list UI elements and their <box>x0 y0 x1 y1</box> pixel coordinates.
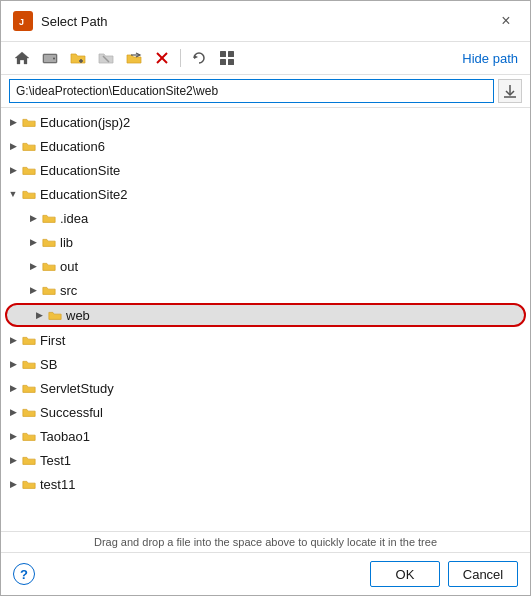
path-bar <box>1 75 530 108</box>
tree-label-test1: Test1 <box>40 453 71 468</box>
tree-item-test1[interactable]: ▶ Test1 <box>1 448 530 472</box>
svg-marker-12 <box>194 55 198 59</box>
title-bar: J Select Path × <box>1 1 530 42</box>
tree-arrow-out[interactable]: ▶ <box>25 258 41 274</box>
drive-button[interactable] <box>37 46 63 70</box>
delete-button[interactable] <box>149 46 175 70</box>
tree-arrow-edu-site[interactable]: ▶ <box>5 162 21 178</box>
tree-label-successful: Successful <box>40 405 103 420</box>
status-text: Drag and drop a file into the space abov… <box>94 536 437 548</box>
tree-arrow-successful[interactable]: ▶ <box>5 404 21 420</box>
tree-label-web: web <box>66 308 90 323</box>
tree-item-web[interactable]: ▶ web <box>5 303 526 327</box>
tree-arrow-lib[interactable]: ▶ <box>25 234 41 250</box>
tree-item-edu-site2[interactable]: ▼ EducationSite2 <box>1 182 530 206</box>
folder-icon-lib <box>41 234 57 250</box>
path-input[interactable] <box>9 79 494 103</box>
tree-item-taobao1[interactable]: ▶ Taobao1 <box>1 424 530 448</box>
tree-item-edu-jsp2[interactable]: ▶ Education(jsp)2 <box>1 110 530 134</box>
tree-arrow-test11[interactable]: ▶ <box>5 476 21 492</box>
folder-icon-edu-site2 <box>21 186 37 202</box>
tree-label-edu6: Education6 <box>40 139 105 154</box>
tree-label-test11: test11 <box>40 477 75 492</box>
tree-label-src: src <box>60 283 77 298</box>
folder-icon-out <box>41 258 57 274</box>
tree-item-out[interactable]: ▶ out <box>1 254 530 278</box>
new-folder-button[interactable] <box>65 46 91 70</box>
svg-marker-2 <box>15 52 29 64</box>
tree-item-edu-site[interactable]: ▶ EducationSite <box>1 158 530 182</box>
svg-rect-15 <box>220 59 226 65</box>
tree-arrow-taobao1[interactable]: ▶ <box>5 428 21 444</box>
tree-item-sb[interactable]: ▶ SB <box>1 352 530 376</box>
path-download-button[interactable] <box>498 79 522 103</box>
tree-label-first: First <box>40 333 65 348</box>
tree-arrow-test1[interactable]: ▶ <box>5 452 21 468</box>
tree-item-test11[interactable]: ▶ test11 <box>1 472 530 496</box>
tree-item-servlet-study[interactable]: ▶ ServletStudy <box>1 376 530 400</box>
folder-icon-edu6 <box>21 138 37 154</box>
ok-button[interactable]: OK <box>370 561 440 587</box>
tree-arrow-web[interactable]: ▶ <box>31 307 47 323</box>
tree-label-sb: SB <box>40 357 57 372</box>
folder-icon-idea <box>41 210 57 226</box>
tree-arrow-edu6[interactable]: ▶ <box>5 138 21 154</box>
tree-arrow-sb[interactable]: ▶ <box>5 356 21 372</box>
move-button[interactable] <box>121 46 147 70</box>
status-bar: Drag and drop a file into the space abov… <box>1 531 530 552</box>
svg-text:J: J <box>19 17 24 27</box>
tree-arrow-first[interactable]: ▶ <box>5 332 21 348</box>
select-path-dialog: J Select Path × <box>0 0 531 596</box>
dialog-title: Select Path <box>41 14 108 29</box>
home-button[interactable] <box>9 46 35 70</box>
tree-arrow-edu-jsp2[interactable]: ▶ <box>5 114 21 130</box>
folder-icon-test11 <box>21 476 37 492</box>
button-bar: ? OK Cancel <box>1 552 530 595</box>
tree-label-edu-jsp2: Education(jsp)2 <box>40 115 130 130</box>
tree-arrow-edu-site2[interactable]: ▼ <box>5 186 21 202</box>
tree-label-servlet-study: ServletStudy <box>40 381 114 396</box>
tree-item-first[interactable]: ▶ First <box>1 328 530 352</box>
help-button[interactable]: ? <box>13 563 35 585</box>
tree-item-edu6[interactable]: ▶ Education6 <box>1 134 530 158</box>
tree-item-src[interactable]: ▶ src <box>1 278 530 302</box>
cancel-button[interactable]: Cancel <box>448 561 518 587</box>
svg-rect-16 <box>228 59 234 65</box>
tree-label-out: out <box>60 259 78 274</box>
folder-icon-first <box>21 332 37 348</box>
folder-icon-edu-jsp2 <box>21 114 37 130</box>
folder-icon-test1 <box>21 452 37 468</box>
toolbar: Hide path <box>1 42 530 75</box>
svg-rect-14 <box>228 51 234 57</box>
svg-point-5 <box>53 58 55 60</box>
tree-item-idea[interactable]: ▶ .idea <box>1 206 530 230</box>
tree-arrow-idea[interactable]: ▶ <box>25 210 41 226</box>
tree-label-idea: .idea <box>60 211 88 226</box>
folder-icon-web <box>47 307 63 323</box>
tree-item-lib[interactable]: ▶ lib <box>1 230 530 254</box>
tree-label-edu-site2: EducationSite2 <box>40 187 127 202</box>
browse-button[interactable] <box>214 46 240 70</box>
tree-arrow-src[interactable]: ▶ <box>25 282 41 298</box>
folder-icon-successful <box>21 404 37 420</box>
tree-label-lib: lib <box>60 235 73 250</box>
toolbar-separator <box>180 49 181 67</box>
folder-icon-servlet-study <box>21 380 37 396</box>
file-tree[interactable]: ▶ Education(jsp)2▶ Education6▶ Education… <box>1 108 530 531</box>
refresh-button[interactable] <box>186 46 212 70</box>
tree-arrow-servlet-study[interactable]: ▶ <box>5 380 21 396</box>
hide-path-button[interactable]: Hide path <box>458 49 522 68</box>
app-icon: J <box>13 11 33 31</box>
folder-icon-taobao1 <box>21 428 37 444</box>
svg-rect-13 <box>220 51 226 57</box>
folder-icon-src <box>41 282 57 298</box>
close-button[interactable]: × <box>494 9 518 33</box>
tree-label-edu-site: EducationSite <box>40 163 120 178</box>
tree-item-successful[interactable]: ▶ Successful <box>1 400 530 424</box>
folder-disabled-button[interactable] <box>93 46 119 70</box>
tree-label-taobao1: Taobao1 <box>40 429 90 444</box>
folder-icon-sb <box>21 356 37 372</box>
folder-icon-edu-site <box>21 162 37 178</box>
